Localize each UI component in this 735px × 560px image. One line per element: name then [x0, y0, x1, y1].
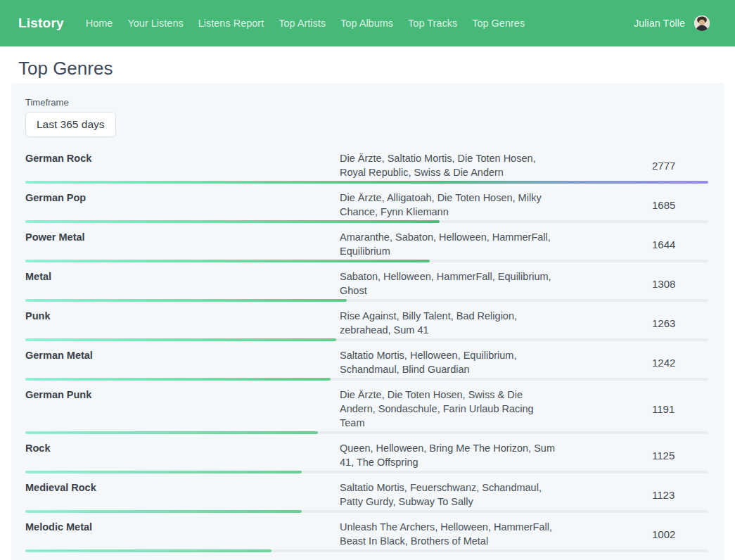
- genre-name: German Pop: [25, 191, 340, 205]
- genre-row: Power Metal Amaranthe, Sabaton, Hellowee…: [25, 223, 708, 262]
- genre-list: German Rock Die Ärzte, Saltatio Mortis, …: [25, 144, 708, 560]
- page-title: Top Genres: [18, 58, 724, 79]
- genre-name: Metal: [25, 269, 340, 284]
- genre-name: Melodic Metal: [25, 520, 340, 534]
- genre-row: Medieval Rock Saltatio Mortis, Feuerschw…: [25, 473, 708, 513]
- genre-count: 1263: [559, 317, 708, 329]
- nav-link-listens-report[interactable]: Listens Report: [198, 18, 264, 29]
- nav-user[interactable]: Julian Tölle: [634, 15, 710, 31]
- genre-row: Rock Queen, Helloween, Bring Me The Hori…: [25, 434, 708, 473]
- nav-link-top-genres[interactable]: Top Genres: [472, 18, 525, 29]
- genre-count: 1125: [559, 450, 708, 462]
- nav-link-home[interactable]: Home: [86, 18, 113, 29]
- user-name[interactable]: Julian Tölle: [634, 18, 685, 29]
- timeframe-select[interactable]: Last 365 days: [25, 112, 116, 137]
- top-genres-card: Timeframe Last 365 days German Rock Die …: [11, 83, 724, 560]
- genre-count: 1685: [559, 199, 708, 211]
- brand-logo[interactable]: Listory: [18, 15, 64, 31]
- genre-artists: Die Ärzte, Die Toten Hosen, Swiss & Die …: [340, 388, 559, 430]
- genre-artists: Saltatio Mortis, Feuerschwanz, Schandmau…: [340, 481, 559, 509]
- genre-name: Punk: [25, 309, 340, 323]
- genre-count: 1002: [559, 528, 708, 540]
- user-avatar-icon[interactable]: [694, 15, 710, 31]
- genre-artists: Amaranthe, Sabaton, Helloween, HammerFal…: [340, 230, 559, 258]
- genre-name: Power Metal: [25, 230, 340, 244]
- genre-artists: Unleash The Archers, Helloween, HammerFa…: [340, 520, 559, 548]
- nav-link-top-tracks[interactable]: Top Tracks: [408, 18, 457, 29]
- genre-row: German Punk Die Ärzte, Die Toten Hosen, …: [25, 381, 708, 434]
- genre-artists: Die Ärzte, Alligatoah, Die Toten Hosen, …: [340, 191, 559, 219]
- genre-name: Medieval Rock: [25, 481, 340, 495]
- genre-artists: Saltatio Mortis, Helloween, Equilibrium,…: [340, 348, 559, 376]
- genre-name: German Metal: [25, 348, 340, 362]
- nav-link-top-artists[interactable]: Top Artists: [279, 18, 326, 29]
- genre-name: Rock: [25, 441, 340, 455]
- genre-row: Metal Sabaton, Helloween, HammerFall, Eq…: [25, 262, 708, 302]
- genre-name: German Punk: [25, 388, 340, 402]
- genre-count: 1123: [559, 489, 708, 501]
- genre-count: 1644: [559, 238, 708, 250]
- genre-name: German Rock: [25, 151, 340, 165]
- nav-link-top-albums[interactable]: Top Albums: [340, 18, 393, 29]
- genre-row: German Indie Bukahara, Käptn Peng, KYTES…: [25, 552, 708, 560]
- genre-artists: Rise Against, Billy Talent, Bad Religion…: [340, 309, 559, 337]
- genre-artists: Queen, Helloween, Bring Me The Horizon, …: [340, 441, 559, 469]
- genre-count: 1242: [559, 357, 708, 369]
- genre-artists: Sabaton, Helloween, HammerFall, Equilibr…: [340, 269, 559, 298]
- genre-count: 1191: [559, 403, 708, 415]
- genre-count: 2777: [559, 160, 708, 172]
- genre-row: German Metal Saltatio Mortis, Helloween,…: [25, 341, 708, 381]
- timeframe-label: Timeframe: [25, 97, 708, 108]
- genre-row: German Rock Die Ärzte, Saltatio Mortis, …: [25, 144, 708, 184]
- genre-artists: Die Ärzte, Saltatio Mortis, Die Toten Ho…: [340, 151, 559, 179]
- nav-links: HomeYour ListensListens ReportTop Artist…: [86, 18, 525, 29]
- genre-count: 1308: [559, 278, 708, 290]
- genre-row: Punk Rise Against, Billy Talent, Bad Rel…: [25, 302, 708, 341]
- navbar: Listory HomeYour ListensListens ReportTo…: [0, 0, 735, 46]
- nav-link-your-listens[interactable]: Your Listens: [127, 18, 183, 29]
- genre-row: German Pop Die Ärzte, Alligatoah, Die To…: [25, 184, 708, 223]
- genre-row: Melodic Metal Unleash The Archers, Hello…: [25, 513, 708, 552]
